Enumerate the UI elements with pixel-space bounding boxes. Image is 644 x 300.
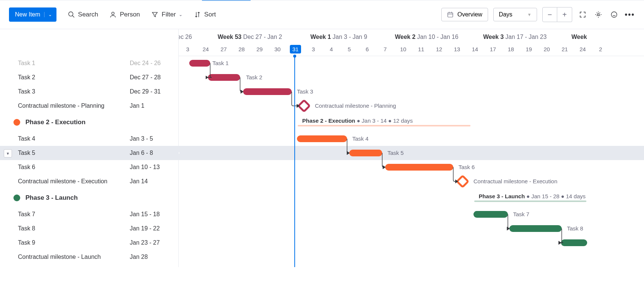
group-name: Phase 3 - Launch xyxy=(25,194,78,202)
task-row[interactable]: Contractual milestone - LaunchJan 28 xyxy=(0,250,178,264)
filter-button[interactable]: Filter ⌄ xyxy=(151,11,183,18)
week-label: Week xyxy=(571,34,587,40)
day-cell[interactable]: 19 xyxy=(520,46,538,52)
day-cell[interactable]: 17 xyxy=(484,46,502,52)
timeline-panel[interactable]: ec 26Week 53 Dec 27 - Jan 2Week 1 Jan 3 … xyxy=(179,29,644,267)
task-row[interactable]: Task 7Jan 15 - 18 xyxy=(0,207,178,221)
dependency-line xyxy=(206,63,215,79)
search-button[interactable]: Search xyxy=(68,11,98,18)
new-item-button[interactable]: New Item ⌄ xyxy=(9,7,56,22)
day-cell[interactable]: 12 xyxy=(430,46,448,52)
task-date: Jan 19 - 22 xyxy=(130,225,178,232)
day-cell[interactable]: 3 xyxy=(179,46,197,52)
filter-label: Filter xyxy=(162,11,176,18)
chart-row: Task 4 xyxy=(179,132,644,146)
task-date: Dec 24 - 26 xyxy=(130,60,178,67)
task-row[interactable]: Contractual milestone - ExecutionJan 14 xyxy=(0,174,178,189)
task-name: Task 4 xyxy=(18,135,130,142)
chart-row: Contractual milestone - Execution xyxy=(179,174,644,189)
chart-row: Task 7 xyxy=(179,207,644,221)
group-color-dot xyxy=(13,195,20,201)
day-cell[interactable]: 24 xyxy=(574,46,592,52)
task-bar[interactable] xyxy=(385,164,453,171)
day-cell[interactable]: 5 xyxy=(340,46,358,52)
sort-icon xyxy=(194,11,201,18)
week-label: Week 3 Jan 17 - Jan 23 xyxy=(483,34,547,40)
task-row[interactable]: Task 3Dec 29 - 31 xyxy=(0,85,178,99)
svg-rect-3 xyxy=(448,13,453,17)
task-row[interactable]: Task 2Dec 27 - 28 xyxy=(0,70,178,85)
more-button[interactable]: ••• xyxy=(625,9,635,20)
day-cell[interactable]: 6 xyxy=(358,46,376,52)
feedback-button[interactable] xyxy=(609,9,619,20)
task-date: Jan 3 - 5 xyxy=(130,135,178,142)
timescale-select[interactable]: Days ▼ xyxy=(493,8,537,21)
chart-group-row: Phase 3 - Launch ● Jan 15 - 28 ● 14 days xyxy=(179,189,644,207)
week-label: Week 53 Dec 27 - Jan 2 xyxy=(218,34,282,40)
day-cell[interactable]: 24 xyxy=(197,46,215,52)
chart-row: Task 1 xyxy=(179,56,644,70)
day-cell[interactable]: 13 xyxy=(448,46,466,52)
chart-row: Task 3 xyxy=(179,85,644,99)
task-row[interactable]: Contractual milestone - PlanningJan 1 xyxy=(0,99,178,113)
task-name: Contractual milestone - Launch xyxy=(18,254,130,260)
day-cell[interactable]: 30 xyxy=(269,46,286,52)
day-cell[interactable]: 28 xyxy=(233,46,251,52)
svg-line-1 xyxy=(72,16,74,18)
zoom-out-button[interactable]: − xyxy=(542,7,557,22)
task-row[interactable]: Task 9Jan 23 - 27 xyxy=(0,236,178,250)
gear-icon xyxy=(595,11,602,18)
task-bar[interactable] xyxy=(473,211,508,218)
person-filter-button[interactable]: Person xyxy=(109,11,140,18)
task-row[interactable]: Task 4Jan 3 - 5 xyxy=(0,132,178,146)
group-name: Phase 2 - Execution xyxy=(25,119,86,126)
day-cell[interactable]: 14 xyxy=(466,46,484,52)
task-name: Task 9 xyxy=(18,239,130,246)
day-cell[interactable]: 18 xyxy=(502,46,520,52)
fullscreen-button[interactable] xyxy=(577,9,588,20)
overview-label: Overview xyxy=(457,11,482,18)
dependency-line xyxy=(378,153,392,169)
task-date: Jan 15 - 18 xyxy=(130,211,178,218)
task-row[interactable]: Task 1Dec 24 - 26 xyxy=(0,56,178,70)
dependency-line xyxy=(557,229,568,245)
zoom-in-button[interactable]: + xyxy=(557,7,572,22)
settings-button[interactable] xyxy=(593,9,604,20)
task-name: Task 5 xyxy=(18,150,130,156)
new-item-label: New Item xyxy=(15,11,40,18)
group-header[interactable]: Phase 2 - Execution xyxy=(0,113,178,132)
group-header[interactable]: Phase 3 - Launch xyxy=(0,189,178,207)
task-row[interactable]: Task 8Jan 19 - 22 xyxy=(0,221,178,236)
day-cell[interactable]: 11 xyxy=(412,46,430,52)
sort-label: Sort xyxy=(204,11,216,18)
overview-button[interactable]: Overview xyxy=(441,8,488,21)
task-date: Jan 23 - 27 xyxy=(130,239,178,246)
day-cell[interactable]: 29 xyxy=(251,46,269,52)
chart-row: Task 5 xyxy=(179,146,644,160)
sort-button[interactable]: Sort xyxy=(194,11,216,18)
person-label: Person xyxy=(120,11,140,18)
task-name: Task 2 xyxy=(18,74,130,81)
task-bar[interactable] xyxy=(297,135,347,142)
task-bar[interactable] xyxy=(243,88,292,95)
week-label: Week 1 Jan 3 - Jan 9 xyxy=(310,34,367,40)
search-label: Search xyxy=(78,11,98,18)
chevron-down-icon: ⌄ xyxy=(44,12,52,17)
dependency-line xyxy=(287,92,306,108)
timescale-label: Days xyxy=(499,11,512,18)
task-bar[interactable] xyxy=(509,225,562,232)
day-cell[interactable]: 27 xyxy=(215,46,233,52)
day-cell[interactable]: 2 xyxy=(592,46,610,52)
day-cell[interactable]: 3 xyxy=(304,46,322,52)
task-date: Dec 27 - 28 xyxy=(130,74,178,81)
week-label: ec 26 xyxy=(179,34,192,40)
day-cell[interactable]: 7 xyxy=(376,46,394,52)
day-cell[interactable]: 20 xyxy=(538,46,556,52)
day-cell[interactable]: 10 xyxy=(394,46,412,52)
row-expand-caret[interactable]: ▼ xyxy=(4,149,12,157)
day-cell[interactable]: 4 xyxy=(322,46,340,52)
day-cell[interactable]: 31 xyxy=(286,46,304,52)
task-row[interactable]: ▼Task 5Jan 6 - 8 xyxy=(0,146,178,160)
task-row[interactable]: Task 6Jan 10 - 13 xyxy=(0,160,178,174)
day-cell[interactable]: 21 xyxy=(556,46,574,52)
